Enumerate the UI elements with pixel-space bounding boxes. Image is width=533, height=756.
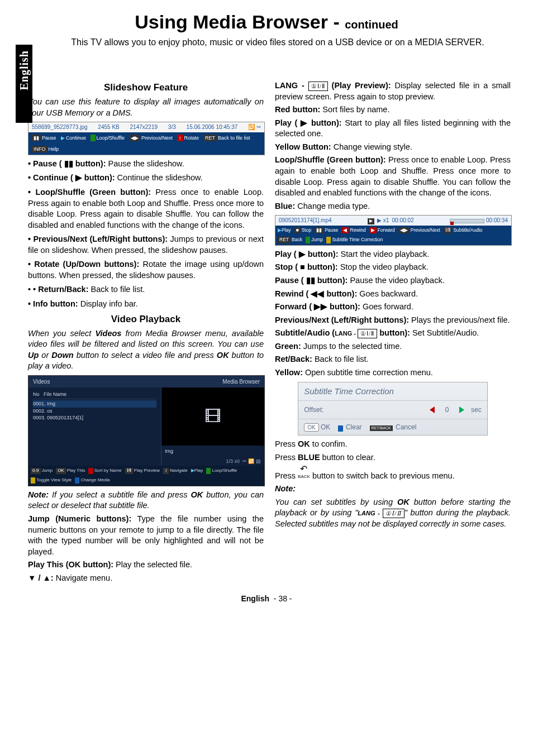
play-desc: Play ( ▶ button): Start to play all file… (275, 118, 511, 140)
bullet-return: • • Return/Back: Back to file list. (28, 284, 264, 295)
vyellow-desc: Yellow: Open subtitle time correction me… (275, 367, 511, 379)
bullet-info: • Info button: Display info bar. (28, 299, 264, 310)
lang-icon: ①Ⅰ/Ⅱ (383, 509, 404, 518)
lang-icon: ①Ⅰ/Ⅱ (308, 82, 328, 91)
page-subtitle: This TV allows you to enjoy photo, music… (45, 37, 511, 47)
osd-prevnext: ◀▶Previous/Next (129, 135, 173, 141)
reel-icon: 🎞 (161, 387, 264, 446)
press-back: Press ↶BACK button to switch back to pre… (275, 466, 511, 481)
footer-page: - 38 - (274, 594, 292, 603)
osd-continue: ▶ Continue (61, 135, 87, 141)
right-column: LANG - ①Ⅰ/Ⅱ (Play Preview): Display sele… (275, 78, 511, 586)
left-column: Slideshow Feature You can use this featu… (28, 78, 264, 586)
vsubtitle-desc: Subtitle/Audio (LANG - ①Ⅰ/Ⅱ button): Set… (275, 328, 511, 339)
vplay-desc: Play ( ▶ button): Start the video playba… (275, 249, 511, 260)
video-browser-figure: VideosMedia Browser No File Name 0001. I… (28, 375, 265, 486)
sc-offset-label: Offset: (304, 405, 323, 414)
sc-cancel: RET/BACK Cancel (370, 423, 417, 432)
page-title: Using Media Browser - continued (22, 11, 511, 33)
vosd-subtitle: Ⅰ/ⅡSubtitle/Audio (444, 227, 483, 233)
subtitle-correction-figure: Subtitle Time Correction Offset: 0 sec O… (298, 382, 488, 436)
vp-preview: 🎞 Img 1/3 x0 ✂ 🔁 ▤ (161, 387, 264, 466)
side-tab-label: English (18, 50, 31, 90)
right-triangle-icon (459, 406, 464, 413)
osd-pause: ▮▮Pause (32, 135, 56, 141)
loop-desc: Loop/Shuffle (Green button): Press once … (275, 155, 511, 198)
footer-lang: English (241, 594, 269, 603)
osd-resolution: 2147x2219 (130, 123, 158, 131)
vosd-back: RETBack (278, 237, 302, 243)
vosd-forward: ▶Forward (369, 227, 395, 233)
sc-clear: Clear (338, 423, 361, 432)
vp-row-2: 0002. os (33, 408, 156, 414)
vosd-time: 00:00:02 (392, 217, 414, 223)
osd-back: RETBack to file list (203, 135, 250, 141)
video-osd-figure: 09052013174[1].mp4 ▶ ▶ x1 00:00:02 00:00… (275, 215, 512, 246)
vp-preview-name: Img (161, 446, 264, 457)
osd-filesize: 2455 KB (98, 123, 119, 131)
vosd-jump: Jump (306, 237, 323, 243)
slideshow-heading: Slideshow Feature (28, 82, 264, 94)
slideshow-osd-figure: 558699_95228773.jpg 2455 KB 2147x2219 3/… (28, 122, 265, 155)
slideshow-intro: You can use this feature to display all … (28, 97, 264, 118)
note2-body: You can set subtitles by using OK button… (275, 497, 511, 530)
vp-row-3: 0003. 09052013174[1] (33, 414, 156, 421)
left-triangle-icon (430, 406, 435, 413)
subtitle-note: Note: If you select a subtitle file and … (28, 490, 264, 511)
vosd-file: 09052013174[1].mp4 (279, 217, 332, 224)
navigate-desc: ▼ / ▲: Navigate menu. (28, 573, 264, 584)
yellow-desc: Yellow Button: Change viewing style. (275, 142, 511, 153)
blue-desc: Blue: Change media type. (275, 201, 511, 212)
playthis-desc: Play This (OK button): Play the selected… (28, 559, 264, 571)
vosd-play: ▶Play (278, 227, 291, 233)
vforward-desc: Forward ( ▶▶ button): Goes forward. (275, 302, 511, 313)
vp-row-1: 0001. Img (33, 400, 156, 407)
sc-unit: sec (471, 405, 482, 414)
vstop-desc: Stop ( ■ button): Stop the video playbac… (275, 262, 511, 273)
vosd-stop: ■Stop (294, 227, 312, 233)
vp-title: Videos (33, 378, 50, 386)
vgreen-desc: Green: Jumps to the selected time. (275, 341, 511, 352)
vpause-desc: Pause ( ▮▮ button): Pause the video play… (275, 275, 511, 286)
vosd-pause: ▮▮Pause (315, 227, 338, 233)
jump-desc: Jump (Numeric buttons): Type the file nu… (28, 514, 264, 557)
vp-status: 1/3 x0 ✂ 🔁 ▤ (161, 457, 264, 466)
back-icon: ↶BACK (298, 466, 310, 479)
osd-rotate: ↕Rotate (177, 135, 199, 141)
vrewind-desc: Rewind ( ◀◀ button): Goes backward. (275, 289, 511, 300)
osd-loop: Loop/Shuffle (91, 135, 125, 141)
osd-filename: 558699_95228773.jpg (32, 123, 88, 131)
bullet-prevnext: • Previous/Next (Left/Right buttons): Ju… (28, 234, 264, 256)
language-side-tab: English (16, 45, 32, 123)
video-heading: Video Playback (28, 313, 264, 326)
vretback-desc: Ret/Back: Back to file list. (275, 354, 511, 365)
vosd-rewind: ◀Rewind (341, 227, 365, 233)
bullet-loop: • Loop/Shuffle (Green button): Press onc… (28, 187, 264, 231)
vosd-duration: 00:00:34 (486, 217, 508, 223)
osd-date: 15.06.2006 10:45:37 (187, 123, 238, 131)
sc-offset-value: 0 (441, 405, 453, 414)
sc-title: Subtitle Time Correction (298, 382, 487, 400)
title-continued: continued (345, 18, 398, 31)
vp-legend: 0-9Jump OKPlay This Sort by Name Ⅰ/ⅡPlay… (28, 466, 264, 486)
lang-preview-desc: LANG - ①Ⅰ/Ⅱ (Play Preview): Display sele… (275, 80, 511, 102)
osd-index: 3/3 (168, 123, 176, 131)
video-intro: When you select Videos from Media Browse… (28, 328, 264, 372)
vprevnext-desc: Previous/Next (Left/Right buttons): Play… (275, 315, 511, 326)
vp-breadcrumb: Media Browser (222, 378, 260, 386)
press-blue: Press BLUE button to clear. (275, 452, 511, 463)
slideshow-bullets: • Pause ( ▮▮ button): Pause the slidesho… (28, 159, 264, 310)
bullet-continue: • Continue ( ▶ button): Continue the sli… (28, 173, 264, 184)
osd-icons: 🔁 ✂ (248, 123, 261, 131)
lang-icon: ①Ⅰ/Ⅱ (358, 329, 377, 338)
bullet-pause: • Pause ( ▮▮ button): Pause the slidesho… (28, 159, 264, 170)
vp-file-list: No File Name 0001. Img 0002. os 0003. 09… (28, 387, 161, 466)
red-desc: Red button: Sort files by name. (275, 104, 511, 116)
vosd-corr: Subtitle Time Correction (326, 237, 383, 243)
osd-help: INFOHelp (32, 146, 59, 152)
page-footer: English - 38 - (22, 594, 511, 603)
press-ok: Press OK to confim. (275, 439, 511, 450)
bullet-rotate: • Rotate (Up/Down buttons): Rotate the i… (28, 259, 264, 281)
title-main: Using Media Browser - (135, 11, 345, 32)
vosd-prevnext: ◀▶Previous/Next (398, 227, 440, 233)
